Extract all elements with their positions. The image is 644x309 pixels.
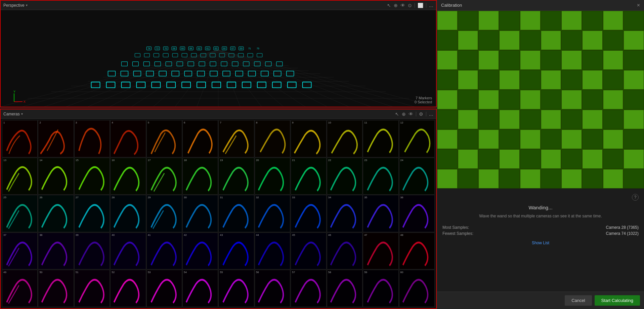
cam-label-27: 27 [76,196,79,199]
camera-thumb-9[interactable]: 9 [291,120,326,157]
camera-thumb-29[interactable]: 29 [146,195,182,232]
checker-cell [561,70,582,90]
svg-line-40 [218,50,371,107]
cameras-title-group[interactable]: Cameras ▾ [3,112,23,116]
camera-thumb-30[interactable]: 30 [182,195,218,232]
camera-thumb-40[interactable]: 40 [110,233,146,270]
camera-thumb-27[interactable]: 27 [74,195,110,232]
cancel-button[interactable]: Cancel [565,295,592,306]
markers-info: 7 Markers 0 Selected [415,96,432,104]
camera-thumb-26[interactable]: 26 [38,195,74,232]
rectangle-tool-icon[interactable]: ⬜ [418,3,423,8]
cameras-eye-icon[interactable]: 👁 [409,111,413,117]
camera-thumb-7[interactable]: 7 [218,120,254,157]
camera-thumb-11[interactable]: 11 [363,120,398,157]
camera-thumb-52[interactable]: 52 [110,270,146,307]
camera-thumb-33[interactable]: 33 [291,195,326,232]
camera-thumb-24[interactable]: 24 [399,158,435,195]
help-icon[interactable]: ? [632,194,639,201]
camera-thumb-47[interactable]: 47 [363,233,398,270]
show-list-link[interactable]: Show List [442,241,639,245]
cam-label-32: 32 [256,196,259,199]
camera-thumb-37[interactable]: 37 [2,233,38,270]
camera-thumb-41[interactable]: 41 [146,233,182,270]
camera-thumb-53[interactable]: 53 [146,270,182,307]
camera-thumb-18[interactable]: 18 [182,158,218,195]
viewport-3d: 747270 686664 626163 606769 7173 Y X 7 M… [1,10,436,107]
camera-thumb-44[interactable]: 44 [255,233,290,270]
camera-thumb-57[interactable]: 57 [291,270,326,307]
camera-thumb-39[interactable]: 39 [74,233,110,270]
camera-thumb-8[interactable]: 8 [255,120,290,157]
camera-thumb-46[interactable]: 46 [327,233,362,270]
camera-thumb-13[interactable]: 13 [2,158,38,195]
svg-rect-86 [146,71,154,76]
camera-thumb-59[interactable]: 59 [363,270,398,307]
camera-thumb-10[interactable]: 10 [327,120,362,157]
magnify-tool-icon[interactable]: ⊕ [394,3,398,8]
perspective-title-group[interactable]: Perspective ▾ [3,3,28,8]
cam-label-46: 46 [328,234,331,237]
svg-line-28 [218,50,305,107]
camera-thumb-35[interactable]: 35 [363,195,398,232]
cameras-cursor-icon[interactable]: ↖ [395,111,399,117]
camera-thumb-19[interactable]: 19 [218,158,254,195]
camera-thumb-4[interactable]: 4 [110,120,146,157]
camera-thumb-15[interactable]: 15 [74,158,110,195]
checker-cell [603,70,624,90]
camera-thumb-54[interactable]: 54 [182,270,218,307]
camera-thumb-12[interactable]: 12 [399,120,435,157]
cameras-gear-icon[interactable]: ⚙ [419,111,423,117]
cam-label-41: 41 [148,234,151,237]
calibration-close-icon[interactable]: × [637,2,640,8]
selected-count: 0 Selected [415,100,432,104]
camera-thumb-51[interactable]: 51 [74,270,110,307]
camera-thumb-48[interactable]: 48 [399,233,435,270]
camera-thumb-28[interactable]: 28 [110,195,146,232]
camera-thumb-6[interactable]: 6 [182,120,218,157]
checker-cell [499,130,520,149]
perspective-menu-icon[interactable]: ... [429,2,433,8]
camera-thumb-58[interactable]: 58 [327,270,362,307]
camera-thumb-34[interactable]: 34 [327,195,362,232]
camera-thumb-21[interactable]: 21 [291,158,326,195]
person-tool-icon[interactable]: ⊙ [408,3,412,8]
cam-label-7: 7 [220,121,221,124]
camera-thumb-60[interactable]: 60 [399,270,435,307]
camera-thumb-43[interactable]: 43 [218,233,254,270]
checker-cell [458,149,478,169]
cam-label-42: 42 [184,234,187,237]
camera-thumb-14[interactable]: 14 [38,158,74,195]
camera-thumb-3[interactable]: 3 [74,120,110,157]
camera-thumb-16[interactable]: 16 [110,158,146,195]
camera-thumb-50[interactable]: 50 [38,270,74,307]
cam-label-26: 26 [39,196,42,199]
camera-thumb-17[interactable]: 17 [146,158,182,195]
start-calculating-button[interactable]: Start Calculating [595,295,640,306]
camera-thumb-22[interactable]: 22 [327,158,362,195]
camera-thumb-1[interactable]: 1 [2,120,38,157]
camera-thumb-23[interactable]: 23 [363,158,398,195]
svg-text:66: 66 [181,47,184,50]
camera-thumb-56[interactable]: 56 [255,270,290,307]
camera-thumb-25[interactable]: 25 [2,195,38,232]
camera-thumb-32[interactable]: 32 [255,195,290,232]
cursor-tool-icon[interactable]: ↖ [387,3,391,8]
checker-cell [478,31,499,50]
camera-thumb-36[interactable]: 36 [399,195,435,232]
eye-tool-icon[interactable]: 👁 [400,3,405,8]
camera-thumb-45[interactable]: 45 [291,233,326,270]
camera-thumb-49[interactable]: 49 [2,270,38,307]
checker-cell [520,90,541,109]
camera-thumb-55[interactable]: 55 [218,270,254,307]
cam-label-12: 12 [400,121,403,124]
camera-thumb-31[interactable]: 31 [218,195,254,232]
camera-thumb-20[interactable]: 20 [255,158,290,195]
svg-line-34 [110,50,218,107]
cameras-magnify-icon[interactable]: ⊕ [402,111,406,117]
camera-thumb-2[interactable]: 2 [38,120,74,157]
camera-thumb-42[interactable]: 42 [182,233,218,270]
cameras-menu-icon[interactable]: ... [429,111,433,117]
camera-thumb-5[interactable]: 5 [146,120,182,157]
camera-thumb-38[interactable]: 38 [38,233,74,270]
